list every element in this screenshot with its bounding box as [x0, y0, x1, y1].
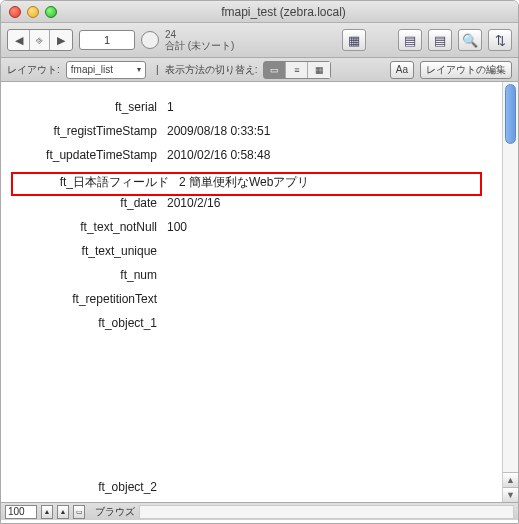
- field-value[interactable]: 1: [167, 100, 502, 114]
- layout-label: レイアウト:: [7, 63, 60, 77]
- status-bar: 100 ▲ ▲ ▭ ブラウズ: [1, 502, 518, 520]
- field-label: ft_object_1: [1, 316, 167, 330]
- layout-bar: レイアウト: fmapi_list ▾ | 表示方法の切り替え: ▭ ≡ ▦ A…: [1, 58, 518, 82]
- mode-label: ブラウズ: [95, 505, 135, 519]
- new-record-button[interactable]: ▦: [342, 29, 366, 51]
- field-label: ft_text_unique: [1, 244, 167, 258]
- field-row: ft_日本語フィールド2 簡単便利なWebアプリ: [11, 172, 482, 196]
- field-row: ft_updateTimeStamp2010/02/16 0:58:48: [1, 148, 502, 172]
- field-label: ft_serial: [1, 100, 167, 114]
- field-row: ft_repetitionText: [1, 292, 502, 316]
- field-value[interactable]: 2010/2/16: [167, 196, 502, 210]
- field-label: ft_num: [1, 268, 167, 282]
- zoom-small-button[interactable]: ▲: [41, 505, 53, 519]
- window-titlebar: fmapi_test (zebra.local): [1, 1, 518, 23]
- magnifier-icon: 🔍: [462, 33, 478, 48]
- chevron-down-icon: ▾: [137, 65, 141, 74]
- field-label: ft_object_2: [1, 480, 167, 494]
- field-row: ft_date2010/2/16: [1, 196, 502, 220]
- field-row: ft_text_unique: [1, 244, 502, 268]
- view-table-button[interactable]: ▦: [308, 62, 330, 78]
- layout-selector[interactable]: fmapi_list ▾: [66, 61, 146, 79]
- record-body: ft_serial1ft_registTimeStamp2009/08/18 0…: [1, 82, 502, 502]
- find-button[interactable]: 🔍: [458, 29, 482, 51]
- next-record-button[interactable]: ▶: [50, 30, 72, 50]
- page-icon: ▦: [348, 33, 360, 48]
- layout-green-arrow-icon: ▤: [404, 33, 416, 48]
- field-label: ft_repetitionText: [1, 292, 167, 306]
- record-total: 24: [165, 29, 234, 40]
- record-navigation: ◀ ⎆ ▶: [7, 29, 73, 51]
- edit-layout-button[interactable]: レイアウトの編集: [420, 61, 512, 79]
- prev-record-button[interactable]: ◀: [8, 30, 30, 50]
- traffic-lights: [9, 6, 57, 18]
- found-set-pie-icon[interactable]: [141, 31, 159, 49]
- horizontal-scrollbar[interactable]: [139, 505, 514, 519]
- field-label: ft_date: [1, 196, 167, 210]
- field-label: ft_registTimeStamp: [1, 124, 167, 138]
- minimize-button[interactable]: [27, 6, 39, 18]
- toolbar: ◀ ⎆ ▶ 1 24 合計 (未ソート) ▦ ▤ ▤ 🔍 ⇅: [1, 23, 518, 58]
- close-button[interactable]: [9, 6, 21, 18]
- delete-layout-toolbar-button[interactable]: ▤: [428, 29, 452, 51]
- window-title: fmapi_test (zebra.local): [57, 5, 510, 19]
- field-label: ft_updateTimeStamp: [1, 148, 167, 162]
- field-value[interactable]: 2 簡単便利なWebアプリ: [179, 174, 480, 191]
- zoom-large-button[interactable]: ▲: [57, 505, 69, 519]
- record-number-input[interactable]: 1: [79, 30, 135, 50]
- field-value[interactable]: 2009/08/18 0:33:51: [167, 124, 502, 138]
- text-format-button[interactable]: Aa: [390, 61, 414, 79]
- sort-button[interactable]: ⇅: [488, 29, 512, 51]
- zoom-button[interactable]: [45, 6, 57, 18]
- view-list-button[interactable]: ≡: [286, 62, 308, 78]
- record-status: 24 合計 (未ソート): [165, 29, 234, 51]
- view-form-button[interactable]: ▭: [264, 62, 286, 78]
- field-row: ft_registTimeStamp2009/08/18 0:33:51: [1, 124, 502, 148]
- status-toggle-button[interactable]: ▭: [73, 505, 85, 519]
- field-value[interactable]: 100: [167, 220, 502, 234]
- record-slider-icon[interactable]: ⎆: [30, 30, 50, 50]
- vertical-scrollbar[interactable]: ▲ ▼: [502, 82, 518, 502]
- field-label: ft_日本語フィールド: [13, 174, 179, 191]
- layout-selector-value: fmapi_list: [71, 64, 113, 75]
- view-mode-buttons: ▭ ≡ ▦: [263, 61, 331, 79]
- sort-arrows-icon: ⇅: [495, 33, 506, 48]
- field-row: ft_text_notNull100: [1, 220, 502, 244]
- scrollbar-thumb[interactable]: [505, 84, 516, 144]
- edit-layout-toolbar-button[interactable]: ▤: [398, 29, 422, 51]
- field-row: ft_object_1: [1, 316, 502, 330]
- field-row: ft_object_2: [1, 480, 502, 502]
- zoom-input[interactable]: 100: [5, 505, 37, 519]
- field-value[interactable]: 2010/02/16 0:58:48: [167, 148, 502, 162]
- scroll-up-button[interactable]: ▲: [503, 472, 518, 487]
- field-label: ft_text_notNull: [1, 220, 167, 234]
- record-sort-status: 合計 (未ソート): [165, 40, 234, 51]
- field-row: ft_serial1: [1, 100, 502, 124]
- field-row: ft_num: [1, 268, 502, 292]
- view-switch-label: 表示方法の切り替え:: [165, 63, 258, 77]
- scroll-down-button[interactable]: ▼: [503, 487, 518, 502]
- layout-red-arrow-icon: ▤: [434, 33, 446, 48]
